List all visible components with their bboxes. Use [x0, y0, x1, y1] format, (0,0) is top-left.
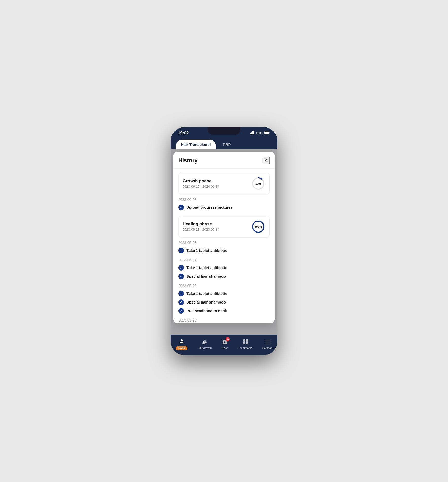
profile-badge: Profile — [176, 346, 187, 350]
healing-phase-entries: 2023-05-23 ✓ Take 1 tablet antibiotic 20… — [178, 241, 270, 323]
modal-title: History — [178, 157, 198, 164]
hair-growth-label: Hair growth — [197, 346, 212, 349]
tabs-area: Hair Transplant I PRP — [171, 138, 277, 149]
status-icons: LTE — [250, 131, 270, 135]
signal-icon — [250, 131, 255, 135]
healing-date-1: 2023-05-23 — [178, 241, 270, 245]
svg-rect-20 — [265, 344, 270, 344]
task-text: Special hair shampoo — [186, 274, 226, 278]
task-text: Pull headband to neck — [186, 309, 227, 313]
hair-growth-icon — [201, 338, 208, 345]
treatments-icon — [242, 338, 249, 345]
growth-phase-entries: 2023-06-03 ✓ Upload progress pictures — [178, 198, 270, 212]
healing-date-3: 2023-05-25 — [178, 284, 270, 288]
task-item: ✓ Take 1 tablet antibiotic — [178, 246, 270, 255]
growth-phase-name: Growth phase — [183, 178, 219, 184]
status-time: 19:02 — [178, 131, 189, 136]
svg-rect-2 — [252, 131, 253, 134]
growth-phase-date: 2023-06-15 - 2024-06-14 — [183, 185, 219, 188]
tab-hair-transplant[interactable]: Hair Transplant I — [176, 140, 216, 149]
svg-rect-14 — [243, 339, 245, 342]
svg-rect-3 — [253, 131, 254, 134]
svg-rect-0 — [250, 133, 251, 134]
svg-rect-16 — [243, 342, 245, 344]
modal-body[interactable]: Growth phase 2023-06-15 - 2024-06-14 10% — [173, 169, 275, 323]
shop-icon: % — [221, 338, 229, 345]
healing-phase-card: Healing phase 2023-05-23 - 2023-06-14 10… — [178, 216, 270, 238]
nav-item-treatments[interactable]: Treatments — [238, 338, 252, 349]
modal-overlay: History × Growth phase 2023-06-15 - 2024… — [171, 149, 277, 335]
healing-date-4: 2023-05-26 — [178, 318, 270, 322]
task-text: Special hair shampoo — [186, 300, 226, 304]
svg-rect-18 — [265, 340, 270, 340]
task-item: ✓ Take 1 tablet antibiotic — [178, 289, 270, 298]
phone-frame: 19:02 LTE — [171, 127, 277, 355]
nav-item-settings[interactable]: Settings — [262, 338, 272, 349]
shop-badge: % — [226, 337, 230, 341]
shop-label: Shop — [222, 346, 228, 349]
modal-close-button[interactable]: × — [262, 157, 270, 164]
phone-notch — [208, 127, 240, 135]
profile-icon — [178, 338, 185, 345]
nav-item-shop[interactable]: % Shop — [221, 338, 229, 349]
nav-item-hair-growth[interactable]: Hair growth — [197, 338, 212, 349]
healing-phase-name: Healing phase — [183, 222, 219, 227]
svg-rect-15 — [246, 339, 248, 342]
tab-prp[interactable]: PRP — [218, 140, 236, 149]
modal-header: History × — [173, 152, 275, 169]
svg-rect-19 — [265, 342, 270, 342]
task-text: Take 1 tablet antibiotic — [186, 291, 227, 296]
check-icon: ✓ — [178, 248, 184, 253]
healing-date-2: 2023-05-24 — [178, 258, 270, 262]
growth-date-1: 2023-06-03 — [178, 198, 270, 202]
task-item: ✓ Pull headband to neck — [178, 307, 270, 315]
task-text: Take 1 tablet antibiotic — [186, 248, 227, 253]
healing-phase-progress: 100% — [251, 220, 265, 234]
svg-rect-17 — [246, 342, 248, 344]
svg-point-12 — [205, 341, 207, 343]
check-icon: ✓ — [178, 308, 184, 314]
svg-point-10 — [181, 339, 183, 341]
task-text: Upload progress pictures — [186, 205, 233, 209]
svg-rect-5 — [264, 132, 269, 134]
nav-item-profile[interactable]: Profile — [176, 338, 187, 350]
task-text: Take 1 tablet antibiotic — [186, 265, 227, 270]
growth-phase-info: Growth phase 2023-06-15 - 2024-06-14 — [183, 178, 219, 188]
svg-rect-1 — [251, 132, 252, 134]
settings-label: Settings — [262, 346, 272, 349]
healing-phase-date: 2023-05-23 - 2023-06-14 — [183, 228, 219, 231]
battery-icon — [264, 131, 270, 135]
check-icon: ✓ — [178, 274, 184, 279]
settings-icon — [264, 338, 271, 345]
task-item: ✓ Upload progress pictures — [178, 203, 270, 212]
main-content: History × Growth phase 2023-06-15 - 2024… — [171, 149, 277, 335]
check-icon: ✓ — [178, 299, 184, 305]
lte-label: LTE — [256, 131, 262, 135]
growth-phase-progress: 10% — [251, 176, 265, 191]
healing-phase-info: Healing phase 2023-05-23 - 2023-06-14 — [183, 222, 219, 231]
task-item: ✓ Special hair shampoo — [178, 298, 270, 307]
bottom-nav: Profile Hair growth — [171, 335, 277, 355]
healing-phase-percent: 100% — [251, 220, 265, 234]
growth-phase-percent: 10% — [251, 176, 265, 191]
growth-phase-card: Growth phase 2023-06-15 - 2024-06-14 10% — [178, 173, 270, 194]
history-modal: History × Growth phase 2023-06-15 - 2024… — [173, 152, 275, 323]
check-icon: ✓ — [178, 291, 184, 296]
task-item: ✓ Special hair shampoo — [178, 272, 270, 281]
check-icon: ✓ — [178, 205, 184, 210]
treatments-label: Treatments — [238, 346, 252, 349]
task-item: ✓ Take 1 tablet antibiotic — [178, 263, 270, 272]
check-icon: ✓ — [178, 265, 184, 271]
phone-screen: 19:02 LTE — [171, 127, 277, 355]
